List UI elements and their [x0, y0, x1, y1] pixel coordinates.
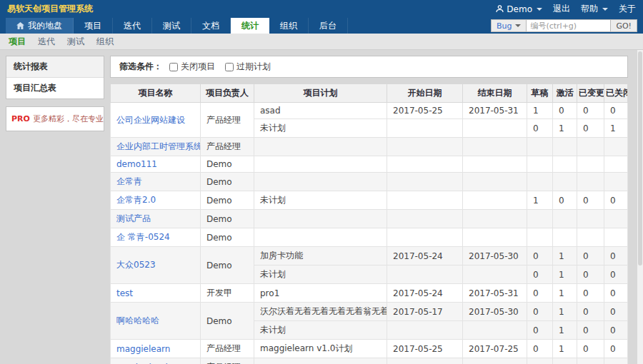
project-owner-cell: Demo [201, 210, 254, 228]
cell-start [387, 138, 463, 156]
cell-start: 2017-05-25 [387, 340, 463, 358]
project-name-cell: demo111 [111, 156, 201, 173]
search-input[interactable] [527, 19, 611, 32]
cell-closed [604, 138, 628, 156]
project-link[interactable]: 企 常青-0524 [116, 232, 170, 242]
cell-end: 2017-07-25 [463, 340, 527, 358]
search-category-dropdown[interactable]: Bug [491, 19, 527, 32]
cell-active: 1 [553, 284, 577, 303]
project-name-cell: 大众0523 [111, 247, 201, 284]
cell-changed [577, 210, 604, 228]
project-link[interactable]: 大众0523 [116, 260, 156, 270]
tab-label: 我的地盘 [28, 20, 62, 32]
filter-checkbox-1[interactable] [225, 63, 234, 71]
cell-plan: 未计划 [254, 119, 387, 138]
col-header-draft: 草稿 [527, 84, 553, 103]
main-panel: 筛选条件： 关闭项目过期计划 项目名称 项目负责人 项目计划 开始日期 结束日期… [110, 56, 628, 364]
user-menu[interactable]: Demo [496, 4, 542, 14]
submenu-item-1[interactable]: 迭代 [38, 36, 55, 48]
cell-start [387, 210, 463, 228]
cell-active: 0 [553, 103, 577, 119]
cell-changed: 0 [577, 266, 604, 284]
cell-active: 1 [553, 119, 577, 138]
project-summary-table: 项目名称 项目负责人 项目计划 开始日期 结束日期 草稿 激活 已变更 已关闭 … [110, 84, 628, 364]
cell-end [463, 138, 527, 156]
tab-label: 统计 [241, 20, 259, 32]
cell-end: 2017-05-31 [463, 284, 527, 303]
cell-plan [254, 228, 387, 247]
help-menu[interactable]: 帮助 [581, 3, 608, 15]
cell-draft: 0 [527, 303, 553, 321]
table-row: 大众0523Demo加房卡功能2017-05-242017-05-300100 [111, 247, 628, 266]
tab-org[interactable]: 组织 [269, 18, 309, 34]
cell-end [463, 266, 527, 284]
cell-draft [527, 156, 553, 173]
scrollbar[interactable] [637, 50, 643, 364]
cell-closed: 0 [604, 266, 628, 284]
filter-bar: 筛选条件： 关闭项目过期计划 [110, 56, 628, 78]
sidebar-item-0[interactable]: 项目汇总表 [6, 78, 104, 98]
filter-option-label: 过期计划 [236, 61, 271, 73]
table-row: test by jessie产品经理 [111, 358, 628, 364]
cell-plan: 沃尔沃着无着无着无着无着翁无着无着翁 [254, 303, 387, 321]
tab-test[interactable]: 测试 [152, 18, 191, 34]
cell-closed: 0 [604, 284, 628, 303]
user-icon [496, 5, 504, 13]
cell-draft: 0 [527, 247, 553, 266]
tab-sprint[interactable]: 迭代 [113, 18, 152, 34]
cell-active [553, 228, 577, 247]
cell-changed [577, 138, 604, 156]
col-header-end: 结束日期 [463, 84, 527, 103]
user-name: Demo [507, 4, 532, 14]
project-owner-cell: 产品经理 [201, 340, 254, 358]
search-go-button[interactable]: GO! [611, 19, 637, 32]
tab-stats[interactable]: 统计 [231, 18, 269, 34]
project-link[interactable]: test [116, 288, 133, 298]
project-owner-cell: Demo [201, 303, 254, 340]
cell-end [463, 358, 527, 364]
filter-checkbox-0[interactable] [169, 63, 178, 71]
project-owner-cell: 产品经理 [201, 138, 254, 156]
tab-label: 测试 [163, 20, 180, 32]
cell-changed: 0 [577, 191, 604, 210]
filter-option-1[interactable]: 过期计划 [225, 61, 271, 73]
project-link[interactable]: 公司企业网站建设 [116, 115, 185, 125]
cell-active: 1 [553, 321, 577, 340]
table-row: demo111Demo [111, 156, 628, 173]
tab-my[interactable]: 我的地盘 [6, 18, 74, 34]
tab-admin[interactable]: 后台 [309, 18, 348, 34]
cell-active [553, 138, 577, 156]
sidebar-header: 统计报表 [6, 56, 104, 78]
search-category-label: Bug [497, 21, 512, 31]
cell-start [387, 228, 463, 247]
project-name-cell: test [111, 284, 201, 303]
scrollbar-thumb[interactable] [638, 51, 642, 266]
cell-plan: maggielearn v1.0计划 [254, 340, 387, 358]
project-link[interactable]: demo111 [116, 159, 157, 169]
chevron-down-icon [515, 24, 521, 27]
project-name-cell: 企常青2.0 [111, 191, 201, 210]
col-header-owner: 项目负责人 [201, 84, 254, 103]
filter-option-0[interactable]: 关闭项目 [169, 61, 215, 73]
cell-start [387, 156, 463, 173]
cell-closed [604, 173, 628, 191]
project-name-cell: test by jessie [111, 358, 201, 364]
pro-promo-box[interactable]: PRO更多精彩，尽在专业版! [6, 106, 104, 131]
about-link[interactable]: 关于 [619, 3, 636, 15]
submenu-item-3[interactable]: 组织 [96, 36, 114, 48]
project-link[interactable]: 啊哈哈哈哈 [116, 315, 159, 325]
project-link[interactable]: 测试产品 [116, 213, 151, 223]
project-link[interactable]: maggielearn [116, 344, 170, 354]
submenu-item-2[interactable]: 测试 [67, 36, 84, 48]
project-link[interactable]: 企业内部工时管理系统 [116, 141, 201, 151]
cell-draft [527, 173, 553, 191]
cell-active [553, 210, 577, 228]
tab-project[interactable]: 项目 [74, 18, 113, 34]
cell-plan: 未计划 [254, 266, 387, 284]
project-link[interactable]: 企常青2.0 [116, 195, 156, 205]
logout-link[interactable]: 退出 [553, 3, 570, 15]
submenu-item-0[interactable]: 项目 [9, 36, 26, 48]
project-link[interactable]: 企常青 [116, 176, 142, 186]
tab-doc[interactable]: 文档 [191, 18, 231, 34]
cell-draft: 0 [527, 321, 553, 340]
